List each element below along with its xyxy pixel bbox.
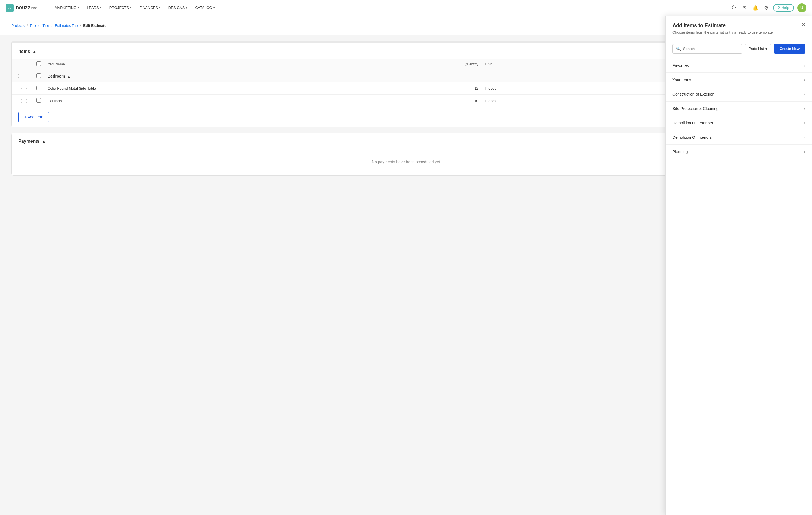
panel-header: × Add Items to Estimate Choose items fro…: [666, 16, 812, 39]
search-input-wrapper[interactable]: 🔍: [672, 44, 742, 54]
item-qty-cell-1: 10: [363, 95, 482, 107]
nav-designs[interactable]: DESIGNS ▾: [165, 3, 191, 12]
panel-list-item-planning[interactable]: Planning ›: [666, 145, 812, 159]
col-quantity: Quantity: [363, 59, 482, 70]
breadcrumb-edit-estimate: Edit Estimate: [83, 23, 106, 28]
group-drag-handle[interactable]: ⋮⋮: [11, 70, 33, 82]
items-title: Items: [18, 49, 30, 54]
payments-collapse-icon[interactable]: ▲: [42, 139, 46, 144]
help-circle-icon: ?: [778, 6, 780, 10]
group-checkbox[interactable]: [36, 73, 41, 78]
breadcrumb-sep-3: /: [80, 23, 81, 28]
breadcrumb-sep-1: /: [27, 23, 28, 28]
col-reorder: [11, 59, 33, 70]
item-qty-cell-0: 12: [363, 82, 482, 95]
panel-subtitle: Choose items from the parts list or try …: [672, 30, 805, 34]
nav-right: ⏱ ✉ 🔔 ⚙ ? Help U: [730, 3, 806, 12]
panel-title: Add Items to Estimate: [672, 23, 805, 28]
col-item-name: Item Name: [44, 59, 363, 70]
nav-catalog[interactable]: CATALOG ▾: [192, 3, 218, 12]
nav-leads[interactable]: LEADS ▾: [83, 3, 105, 12]
item-checkbox-cell-1[interactable]: [33, 95, 44, 107]
panel-list-item-construction-exterior[interactable]: Construction of Exterior ›: [666, 87, 812, 102]
panel-list-item-site-protection[interactable]: Site Protection & Cleaning ›: [666, 102, 812, 116]
help-button[interactable]: ? Help: [773, 4, 794, 11]
search-input[interactable]: [683, 47, 738, 51]
logo-area[interactable]: ⌂ houzzPRO: [6, 4, 37, 12]
breadcrumb-project-title[interactable]: Project Title: [30, 23, 49, 28]
item-name-cell-1: Cabinets: [44, 95, 363, 107]
group-checkbox-cell[interactable]: [33, 70, 44, 82]
item-checkbox-1[interactable]: [36, 98, 41, 103]
item-name-cell-0: Celia Round Metal Side Table: [44, 82, 363, 95]
col-unit: Unit: [482, 59, 585, 70]
chevron-right-icon: ›: [804, 106, 805, 111]
item-drag-handle-0[interactable]: ⋮⋮: [11, 82, 33, 95]
chevron-right-icon: ›: [804, 63, 805, 68]
timer-icon[interactable]: ⏱: [730, 4, 738, 12]
create-new-button[interactable]: Create New: [774, 44, 805, 54]
houzz-logo-icon: ⌂: [6, 4, 13, 12]
panel-list-item-favorites[interactable]: Favorites ›: [666, 58, 812, 73]
panel-list: Favorites › Your Items › Construction of…: [666, 58, 812, 515]
search-icon: 🔍: [676, 47, 681, 51]
chevron-down-icon: ▾: [159, 6, 161, 9]
chevron-down-icon: ▾: [186, 6, 187, 9]
select-all-checkbox[interactable]: [36, 61, 41, 66]
nav-finances[interactable]: FINANCES ▾: [136, 3, 164, 12]
parts-list-select[interactable]: Parts List ▾: [745, 44, 771, 53]
chevron-down-icon: ▾: [130, 6, 132, 9]
chevron-right-icon: ›: [804, 92, 805, 97]
nav-divider: [48, 3, 48, 13]
add-items-panel: × Add Items to Estimate Choose items fro…: [665, 16, 812, 515]
chevron-down-icon: ▾: [765, 47, 767, 51]
chevron-right-icon: ›: [804, 77, 805, 82]
breadcrumb: Projects / Project Title / Estimates Tab…: [11, 23, 107, 28]
chevron-down-icon: ▾: [78, 6, 79, 9]
add-item-button[interactable]: + Add Item: [18, 112, 49, 122]
panel-list-item-demolition-exteriors[interactable]: Demolition Of Exteriors ›: [666, 116, 812, 130]
breadcrumb-projects[interactable]: Projects: [11, 23, 25, 28]
group-unit-cell: [482, 70, 585, 82]
group-quantity-cell: [363, 70, 482, 82]
chevron-right-icon: ›: [804, 120, 805, 125]
mail-icon[interactable]: ✉: [741, 4, 748, 12]
group-collapse-icon[interactable]: ▲: [67, 75, 70, 78]
group-name-cell: Bedroom ▲: [44, 70, 363, 82]
item-checkbox-0[interactable]: [36, 86, 41, 90]
breadcrumb-estimates-tab[interactable]: Estimates Tab: [55, 23, 78, 28]
panel-close-button[interactable]: ×: [800, 20, 808, 29]
payments-title: Payments: [18, 139, 40, 144]
avatar[interactable]: U: [798, 3, 806, 12]
nav-projects[interactable]: PROJECTS ▾: [106, 3, 135, 12]
panel-list-item-your-items[interactable]: Your Items ›: [666, 73, 812, 87]
chevron-down-icon: ▾: [213, 6, 215, 9]
panel-list-item-demolition-interiors[interactable]: Demolition Of Interiors ›: [666, 130, 812, 145]
nav-items: MARKETING ▾ LEADS ▾ PROJECTS ▾ FINANCES …: [51, 3, 730, 12]
chevron-right-icon: ›: [804, 149, 805, 154]
topnav: ⌂ houzzPRO MARKETING ▾ LEADS ▾ PROJECTS …: [0, 0, 812, 16]
panel-search-row: 🔍 Parts List ▾ Create New: [666, 39, 812, 58]
chevron-right-icon: ›: [804, 135, 805, 140]
bell-icon[interactable]: 🔔: [751, 4, 759, 12]
items-collapse-icon[interactable]: ▲: [32, 49, 36, 54]
item-checkbox-cell-0[interactable]: [33, 82, 44, 95]
item-unit-cell-1: Pieces: [482, 95, 585, 107]
logo-name: houzzPRO: [16, 5, 37, 11]
item-drag-handle-1[interactable]: ⋮⋮: [11, 95, 33, 107]
item-unit-cell-0: Pieces: [482, 82, 585, 95]
settings-icon[interactable]: ⚙: [763, 4, 770, 12]
nav-marketing[interactable]: MARKETING ▾: [51, 3, 82, 12]
chevron-down-icon: ▾: [100, 6, 102, 9]
col-checkbox: [33, 59, 44, 70]
breadcrumb-sep-2: /: [52, 23, 53, 28]
